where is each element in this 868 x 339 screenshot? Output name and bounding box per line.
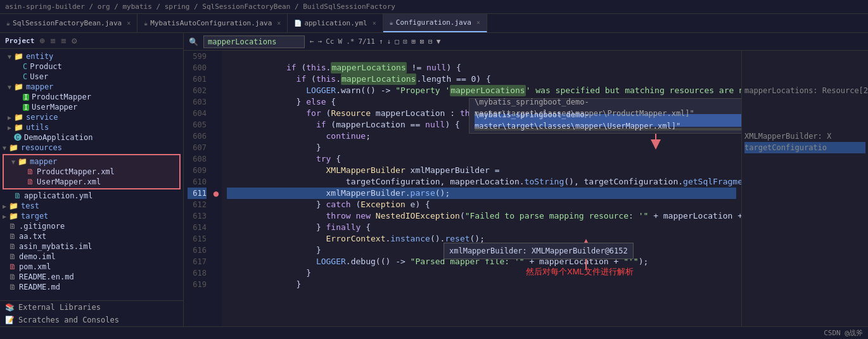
match-count: 7/11 <box>358 37 375 46</box>
search-prev[interactable]: ← <box>310 37 314 46</box>
code-line-609: XMLMapperBuilder xmlMapperBuilder = <box>227 165 736 176</box>
arrow-icon: ▼ <box>9 158 18 165</box>
nav-up[interactable]: ↑ <box>379 37 383 46</box>
sidebar-item-readme[interactable]: 🗎 README.md <box>0 282 183 292</box>
yml-icon: 🗎 <box>14 191 22 200</box>
code-content[interactable]: if (this.mapperLocations != null) { if (… <box>222 51 741 326</box>
right-overflow: mapperLocations: Resource[2]@5109 mapper… <box>741 51 868 326</box>
sidebar-bottom: 📚 External Libraries 📝 Scratches and Con… <box>0 300 183 326</box>
md-icon: 🗎 <box>9 272 16 281</box>
sidebar-item-user[interactable]: C User <box>0 72 183 82</box>
folder-icon: 📁 <box>14 123 23 132</box>
sidebar: Project ⊕ ≡ ≡ ⚙ ▼ 📁 entity C Product <box>0 33 184 326</box>
tab-configuration[interactable]: ☕ Configuration.java × <box>383 14 487 32</box>
sidebar-item-productmapper[interactable]: I ProductMapper <box>0 92 183 102</box>
tab-mybatisautoconfiguration[interactable]: ☕ MybatisAutoConfiguration.java × <box>137 14 288 32</box>
search-controls: ← → Cc W .* 7/11 ↑ ↓ □ ⊡ ⊞ ⊠ ⊟ ▼ <box>310 37 440 46</box>
sidebar-item-target[interactable]: ▶ 📁 target <box>0 211 183 221</box>
arrow-icon: ▼ <box>5 53 14 60</box>
search-icon: 🔍 <box>189 37 198 46</box>
sidebar-item-demo-iml[interactable]: 🗎 demo.iml <box>0 252 183 262</box>
class-icon: C <box>23 72 27 81</box>
folder-icon: 📁 <box>14 113 23 122</box>
sidebar-item-mapper[interactable]: ▼ 📁 mapper <box>0 82 183 92</box>
sidebar-item-asin-iml[interactable]: 🗎 asin_mybatis.iml <box>0 241 183 252</box>
tab-application-yml[interactable]: 📄 application.yml × <box>288 14 383 32</box>
code-line-611: xmlMapperBuilder.parse(); <box>227 188 736 199</box>
tab-sqlsessionfactorybean[interactable]: ☕ SqlSessionFactoryBean.java × <box>0 14 137 32</box>
filter-icon[interactable]: ▼ <box>437 37 441 46</box>
project-icons: ⊕ ≡ ≡ ⚙ <box>39 35 77 46</box>
project-title: Project <box>5 37 34 45</box>
search-options[interactable]: □ ⊡ ⊞ ⊠ ⊟ <box>395 37 433 46</box>
sidebar-item-demoapplication[interactable]: 🅒 DemoApplication <box>0 132 183 143</box>
resource-highlight-box: ▼ 📁 mapper 🗎 ProductMapper.xml 🗎 UserMa <box>3 154 181 189</box>
code-line-599 <box>227 51 736 62</box>
java-icon: ☕ <box>6 20 10 27</box>
code-line-607: } <box>227 142 736 153</box>
sidebar-item-utils[interactable]: ▶ 📁 utils <box>0 122 183 132</box>
close-icon[interactable]: × <box>277 20 281 27</box>
nav-down[interactable]: ↓ <box>387 37 392 46</box>
sidebar-item-productmapper-xml[interactable]: 🗎 ProductMapper.xml <box>4 167 179 177</box>
file-icon: 🗎 <box>9 232 16 241</box>
sidebar-item-pom-xml[interactable]: 🗎 pom.xml <box>0 262 183 272</box>
java-icon: ☕ <box>390 19 393 26</box>
main-content: Project ⊕ ≡ ≡ ⚙ ▼ 📁 entity C Product <box>0 33 868 326</box>
xml-icon: 🗎 <box>27 167 34 176</box>
arrow-icon: ▼ <box>0 144 9 151</box>
arrow-icon: ▶ <box>5 124 14 131</box>
code-line-602: LOGGER.warn(() -> "Property 'mapperLocat… <box>227 85 736 96</box>
sidebar-item-usermapper[interactable]: I UserMapper <box>0 102 183 112</box>
code-line-601: if (this.mapperLocations.length == 0) { <box>227 74 736 85</box>
gutter: ● <box>210 51 222 326</box>
code-line-610: targetConfiguration, mapperLocation.toSt… <box>227 176 736 188</box>
tooltip-item-2[interactable]: \mybatis_springboot_demo-master\target\c… <box>475 114 741 127</box>
search-word[interactable]: W <box>338 37 343 46</box>
tab-label: application.yml <box>304 19 367 27</box>
sidebar-item-entity[interactable]: ▼ 📁 entity <box>0 51 183 61</box>
search-next[interactable]: → <box>318 37 322 46</box>
sidebar-header: Project ⊕ ≡ ≡ ⚙ <box>0 33 183 49</box>
sidebar-item-readme-en[interactable]: 🗎 README.en.md <box>0 272 183 282</box>
sidebar-item-product[interactable]: C Product <box>0 61 183 72</box>
code-line-614: } finally { <box>227 222 736 233</box>
code-line-619: } <box>227 279 736 290</box>
library-icon: 📚 <box>5 303 15 312</box>
sidebar-item-aa-txt[interactable]: 🗎 aa.txt <box>0 231 183 241</box>
close-icon[interactable]: × <box>373 20 376 27</box>
scratches-icon: 📝 <box>5 316 15 324</box>
iml-icon: 🗎 <box>9 252 16 261</box>
close-icon[interactable]: × <box>476 19 480 26</box>
tooltip-text-2: \mybatis_springboot_demo-master\target\c… <box>475 109 741 132</box>
folder-icon: 📁 <box>9 143 18 152</box>
search-case[interactable]: .* <box>346 37 354 46</box>
sidebar-item-external-libraries[interactable]: 📚 External Libraries <box>0 301 183 314</box>
folder-icon: 📁 <box>14 82 23 91</box>
iml-icon: 🗎 <box>9 242 16 251</box>
sidebar-item-resources[interactable]: ▼ 📁 resources <box>0 143 183 153</box>
sidebar-item-gitignore[interactable]: 🗎 .gitignore <box>0 221 183 231</box>
sidebar-item-mapper-resource[interactable]: ▼ 📁 mapper <box>4 157 179 167</box>
sidebar-item-service[interactable]: ▶ 📁 service <box>0 112 183 122</box>
autocomplete-tooltip: \mybatis_springboot_demo-master\target\c… <box>469 98 741 134</box>
sidebar-item-application-yml[interactable]: 🗎 application.yml <box>0 191 183 201</box>
folder-icon: 📁 <box>14 52 23 61</box>
search-input[interactable] <box>203 35 305 48</box>
close-icon[interactable]: × <box>127 20 131 27</box>
class-icon: C <box>23 62 27 71</box>
code-line-618: } <box>227 267 736 279</box>
debug-tooltip-text: xmlMapperBuilder: XMLMapperBuilder@6152 <box>449 246 628 255</box>
sidebar-item-scratches[interactable]: 📝 Scratches and Consoles <box>0 314 183 326</box>
interface-icon: I <box>23 104 29 111</box>
sidebar-item-usermapper-xml[interactable]: 🗎 UserMapper.xml <box>4 177 179 187</box>
search-regex[interactable]: Cc <box>326 37 334 46</box>
arrow-icon: ▼ <box>5 84 14 91</box>
code-line-608: try { <box>227 153 736 165</box>
tab-label: MybatisAutoConfiguration.java <box>150 19 272 27</box>
sidebar-item-test[interactable]: ▶ 📁 test <box>0 201 183 211</box>
bottom-item-label: Scratches and Consoles <box>18 316 119 324</box>
breadcrumb: asin-spring-builder / org / mybatis / sp… <box>5 3 395 11</box>
sidebar-tree: ▼ 📁 entity C Product C User ▼ <box>0 49 183 300</box>
folder-icon: 📁 <box>18 157 27 166</box>
